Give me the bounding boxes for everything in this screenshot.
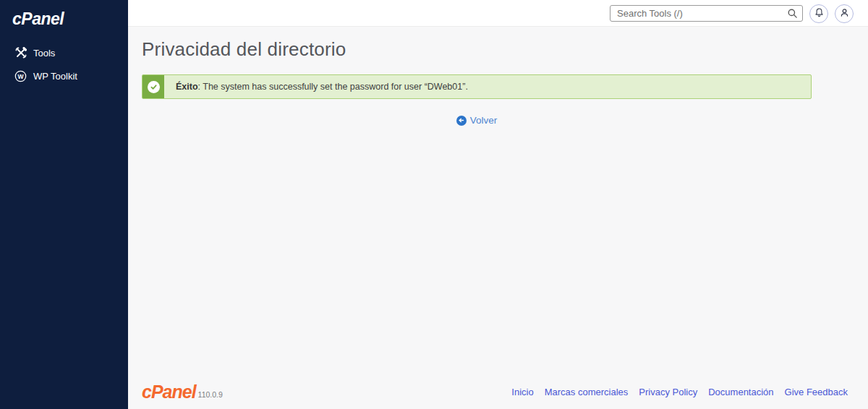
sidebar-item-label: Tools (33, 48, 55, 59)
tools-icon (14, 47, 27, 59)
search-icon[interactable] (787, 8, 798, 19)
back-row: Volver (142, 115, 812, 126)
version-label: 110.0.9 (198, 390, 223, 400)
back-arrow-icon (456, 116, 467, 126)
svg-text:W: W (17, 72, 24, 79)
footer-link-give-feedback[interactable]: Give Feedback (785, 387, 848, 397)
success-alert: Éxito: The system has successfully set t… (142, 74, 812, 99)
cpanel-footer-logo[interactable]: cPanel (142, 384, 196, 400)
user-icon (839, 7, 850, 21)
search-input[interactable] (610, 5, 803, 22)
account-button[interactable] (835, 4, 854, 23)
sidebar: cPanel Tools W WP Toolkit (0, 0, 128, 409)
footer-link-inicio[interactable]: Inicio (511, 387, 533, 397)
notifications-button[interactable] (809, 4, 828, 23)
footer-link-privacy-policy[interactable]: Privacy Policy (639, 387, 697, 397)
back-link[interactable]: Volver (456, 115, 498, 126)
bell-icon (814, 7, 825, 21)
alert-label: Éxito (176, 82, 198, 92)
sidebar-item-label: WP Toolkit (33, 71, 77, 82)
footer-links: Inicio Marcas comerciales Privacy Policy… (511, 387, 848, 397)
alert-status-strip (142, 75, 164, 98)
footer-brand: cPanel 110.0.9 (142, 384, 223, 400)
footer-link-marcas-comerciales[interactable]: Marcas comerciales (545, 387, 629, 397)
check-circle-icon (148, 81, 160, 93)
cpanel-logo[interactable]: cPanel (12, 9, 64, 29)
main-content: Privacidad del directorio Éxito: The sys… (128, 27, 868, 409)
sidebar-item-wp-toolkit[interactable]: W WP Toolkit (0, 64, 128, 87)
page-title: Privacidad del directorio (142, 38, 346, 61)
sidebar-item-tools[interactable]: Tools (0, 41, 128, 64)
footer: cPanel 110.0.9 Inicio Marcas comerciales… (142, 384, 848, 400)
search-box (610, 5, 803, 22)
topbar (128, 0, 868, 27)
alert-message: Éxito: The system has successfully set t… (164, 82, 468, 92)
wordpress-icon: W (14, 70, 27, 82)
back-link-label: Volver (470, 115, 498, 126)
footer-link-documentacion[interactable]: Documentación (708, 387, 773, 397)
alert-message-text: : The system has successfully set the pa… (198, 82, 468, 92)
